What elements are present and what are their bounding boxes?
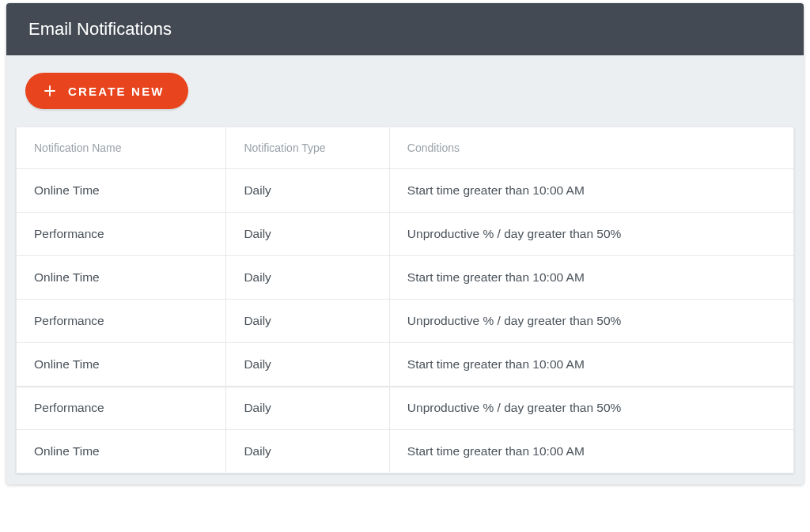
cell-type: Daily	[226, 387, 389, 430]
col-header-type: Notification Type	[226, 127, 389, 169]
table-row[interactable]: Online Time Daily Start time greater tha…	[17, 256, 794, 300]
cell-name: Performance	[17, 213, 226, 256]
table-row[interactable]: Online Time Daily Start time greater tha…	[17, 430, 794, 474]
table-row[interactable]: Online Time Daily Start time greater tha…	[17, 343, 794, 387]
cell-name: Online Time	[17, 256, 226, 300]
panel-header: Email Notifications	[6, 3, 804, 55]
cell-type: Daily	[226, 213, 389, 256]
table-row[interactable]: Performance Daily Unproductive % / day g…	[17, 213, 794, 256]
email-notifications-panel: Email Notifications CREATE NEW Notificat…	[6, 3, 804, 485]
cell-type: Daily	[226, 169, 389, 213]
cell-type: Daily	[226, 300, 389, 343]
cell-conditions: Unproductive % / day greater than 50%	[389, 213, 793, 256]
toolbar: CREATE NEW	[6, 55, 804, 126]
col-header-conditions: Conditions	[389, 127, 793, 169]
notifications-table: Notification Name Notification Type Cond…	[16, 126, 794, 474]
cell-conditions: Unproductive % / day greater than 50%	[389, 387, 793, 430]
create-new-label: CREATE NEW	[68, 85, 165, 98]
cell-conditions: Unproductive % / day greater than 50%	[389, 300, 793, 343]
page-title: Email Notifications	[28, 19, 172, 39]
cell-conditions: Start time greater than 10:00 AM	[389, 343, 793, 387]
table-header-row: Notification Name Notification Type Cond…	[17, 127, 794, 169]
notifications-table-wrap: Notification Name Notification Type Cond…	[16, 126, 794, 474]
cell-conditions: Start time greater than 10:00 AM	[389, 430, 793, 474]
plus-icon	[43, 84, 57, 98]
cell-conditions: Start time greater than 10:00 AM	[389, 169, 793, 213]
cell-name: Performance	[17, 387, 226, 430]
col-header-name: Notification Name	[17, 127, 226, 169]
cell-name: Online Time	[17, 430, 226, 474]
cell-type: Daily	[226, 343, 389, 387]
table-row[interactable]: Online Time Daily Start time greater tha…	[17, 169, 794, 213]
cell-conditions: Start time greater than 10:00 AM	[389, 256, 793, 300]
create-new-button[interactable]: CREATE NEW	[25, 73, 188, 109]
cell-type: Daily	[226, 430, 389, 474]
table-row[interactable]: Performance Daily Unproductive % / day g…	[17, 387, 794, 430]
cell-name: Online Time	[17, 169, 226, 213]
cell-name: Performance	[17, 300, 226, 343]
table-row[interactable]: Performance Daily Unproductive % / day g…	[17, 300, 794, 343]
cell-name: Online Time	[17, 343, 226, 387]
cell-type: Daily	[226, 256, 389, 300]
